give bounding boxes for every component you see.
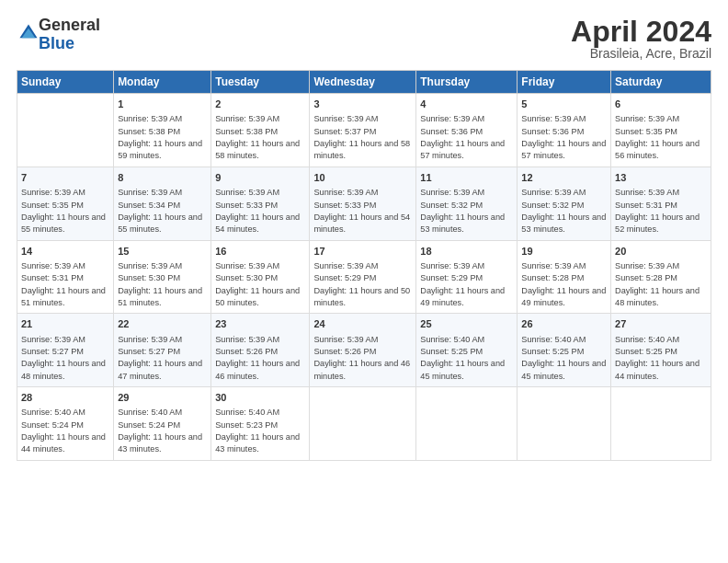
day-number: 29 — [118, 391, 207, 405]
col-friday: Friday — [518, 71, 611, 94]
cell-2-0: 14Sunrise: 5:39 AM Sunset: 5:31 PM Dayli… — [17, 240, 114, 314]
cell-1-4: 11Sunrise: 5:39 AM Sunset: 5:32 PM Dayli… — [416, 167, 518, 240]
day-number: 4 — [420, 98, 513, 111]
cell-info: Sunrise: 5:39 AM Sunset: 5:37 PM Dayligh… — [313, 113, 412, 162]
cell-2-6: 20Sunrise: 5:39 AM Sunset: 5:28 PM Dayli… — [611, 240, 711, 314]
day-number: 14 — [21, 245, 109, 259]
day-number: 2 — [215, 98, 305, 111]
week-row-3: 21Sunrise: 5:39 AM Sunset: 5:27 PM Dayli… — [17, 314, 711, 387]
day-number: 26 — [521, 317, 607, 331]
cell-info: Sunrise: 5:40 AM Sunset: 5:25 PM Dayligh… — [615, 334, 707, 383]
col-sunday: Sunday — [17, 71, 114, 94]
day-number: 5 — [521, 98, 607, 111]
cell-info: Sunrise: 5:39 AM Sunset: 5:36 PM Dayligh… — [420, 113, 513, 162]
day-number: 11 — [420, 171, 513, 185]
cell-3-5: 26Sunrise: 5:40 AM Sunset: 5:25 PM Dayli… — [518, 314, 611, 387]
day-number: 10 — [313, 171, 412, 185]
week-row-0: 1Sunrise: 5:39 AM Sunset: 5:38 PM Daylig… — [17, 94, 711, 167]
cell-1-2: 9Sunrise: 5:39 AM Sunset: 5:33 PM Daylig… — [211, 167, 310, 240]
cell-0-0 — [17, 94, 114, 167]
cell-0-4: 4Sunrise: 5:39 AM Sunset: 5:36 PM Daylig… — [416, 94, 518, 167]
cell-2-2: 16Sunrise: 5:39 AM Sunset: 5:30 PM Dayli… — [211, 240, 310, 314]
day-number: 15 — [118, 245, 207, 259]
cell-info: Sunrise: 5:39 AM Sunset: 5:26 PM Dayligh… — [313, 334, 412, 383]
day-number: 30 — [215, 391, 305, 405]
cell-2-5: 19Sunrise: 5:39 AM Sunset: 5:28 PM Dayli… — [518, 240, 611, 314]
cell-info: Sunrise: 5:39 AM Sunset: 5:38 PM Dayligh… — [215, 113, 305, 162]
cell-4-6 — [611, 387, 711, 461]
day-number: 21 — [21, 317, 109, 331]
cell-2-1: 15Sunrise: 5:39 AM Sunset: 5:30 PM Dayli… — [114, 240, 211, 314]
col-wednesday: Wednesday — [310, 71, 416, 94]
cell-info: Sunrise: 5:39 AM Sunset: 5:38 PM Dayligh… — [118, 113, 207, 162]
day-number: 17 — [313, 245, 412, 259]
cell-1-0: 7Sunrise: 5:39 AM Sunset: 5:35 PM Daylig… — [17, 167, 114, 240]
day-number: 23 — [215, 317, 305, 331]
day-number: 7 — [21, 171, 109, 185]
cell-0-2: 2Sunrise: 5:39 AM Sunset: 5:38 PM Daylig… — [211, 94, 310, 167]
cell-4-5 — [518, 387, 611, 461]
week-row-1: 7Sunrise: 5:39 AM Sunset: 5:35 PM Daylig… — [17, 167, 711, 240]
cell-info: Sunrise: 5:39 AM Sunset: 5:31 PM Dayligh… — [21, 260, 109, 309]
cell-1-5: 12Sunrise: 5:39 AM Sunset: 5:32 PM Dayli… — [518, 167, 611, 240]
day-number: 6 — [615, 98, 707, 111]
week-row-2: 14Sunrise: 5:39 AM Sunset: 5:31 PM Dayli… — [17, 240, 711, 314]
cell-info: Sunrise: 5:39 AM Sunset: 5:35 PM Dayligh… — [615, 113, 707, 162]
day-number: 20 — [615, 245, 707, 259]
col-saturday: Saturday — [611, 71, 711, 94]
logo-text: General Blue — [39, 17, 100, 53]
day-number: 1 — [118, 98, 207, 111]
title-section: April 2024 Brasileia, Acre, Brazil — [571, 17, 711, 61]
header: General Blue April 2024 Brasileia, Acre,… — [17, 17, 711, 61]
cell-info: Sunrise: 5:39 AM Sunset: 5:32 PM Dayligh… — [420, 187, 513, 236]
cell-info: Sunrise: 5:40 AM Sunset: 5:24 PM Dayligh… — [118, 407, 207, 455]
cell-info: Sunrise: 5:39 AM Sunset: 5:27 PM Dayligh… — [118, 334, 207, 383]
cell-1-3: 10Sunrise: 5:39 AM Sunset: 5:33 PM Dayli… — [310, 167, 416, 240]
day-number: 13 — [615, 171, 707, 185]
cell-info: Sunrise: 5:39 AM Sunset: 5:29 PM Dayligh… — [420, 260, 513, 309]
cell-0-3: 3Sunrise: 5:39 AM Sunset: 5:37 PM Daylig… — [310, 94, 416, 167]
logo-icon — [18, 23, 39, 43]
cell-4-2: 30Sunrise: 5:40 AM Sunset: 5:23 PM Dayli… — [211, 387, 310, 461]
cell-info: Sunrise: 5:39 AM Sunset: 5:28 PM Dayligh… — [615, 260, 707, 309]
cell-4-1: 29Sunrise: 5:40 AM Sunset: 5:24 PM Dayli… — [114, 387, 211, 461]
cell-0-5: 5Sunrise: 5:39 AM Sunset: 5:36 PM Daylig… — [518, 94, 611, 167]
day-number: 3 — [313, 98, 412, 111]
cell-0-1: 1Sunrise: 5:39 AM Sunset: 5:38 PM Daylig… — [114, 94, 211, 167]
day-number: 8 — [118, 171, 207, 185]
logo: General Blue — [17, 17, 100, 53]
cell-1-6: 13Sunrise: 5:39 AM Sunset: 5:31 PM Dayli… — [611, 167, 711, 240]
cell-info: Sunrise: 5:39 AM Sunset: 5:27 PM Dayligh… — [21, 334, 109, 383]
cell-info: Sunrise: 5:39 AM Sunset: 5:36 PM Dayligh… — [521, 113, 607, 162]
calendar-table: Sunday Monday Tuesday Wednesday Thursday… — [17, 70, 711, 461]
day-number: 19 — [521, 245, 607, 259]
day-number: 25 — [420, 317, 513, 331]
cell-info: Sunrise: 5:39 AM Sunset: 5:31 PM Dayligh… — [615, 187, 707, 236]
cell-info: Sunrise: 5:40 AM Sunset: 5:25 PM Dayligh… — [521, 334, 607, 383]
cell-3-4: 25Sunrise: 5:40 AM Sunset: 5:25 PM Dayli… — [416, 314, 518, 387]
cell-4-0: 28Sunrise: 5:40 AM Sunset: 5:24 PM Dayli… — [17, 387, 114, 461]
cell-info: Sunrise: 5:39 AM Sunset: 5:34 PM Dayligh… — [118, 187, 207, 236]
cell-info: Sunrise: 5:39 AM Sunset: 5:29 PM Dayligh… — [313, 260, 412, 309]
day-number: 28 — [21, 391, 109, 405]
cell-info: Sunrise: 5:39 AM Sunset: 5:30 PM Dayligh… — [215, 260, 305, 309]
cell-3-2: 23Sunrise: 5:39 AM Sunset: 5:26 PM Dayli… — [211, 314, 310, 387]
cell-2-3: 17Sunrise: 5:39 AM Sunset: 5:29 PM Dayli… — [310, 240, 416, 314]
cell-info: Sunrise: 5:39 AM Sunset: 5:33 PM Dayligh… — [313, 187, 412, 236]
col-tuesday: Tuesday — [211, 71, 310, 94]
cell-3-0: 21Sunrise: 5:39 AM Sunset: 5:27 PM Dayli… — [17, 314, 114, 387]
cell-1-1: 8Sunrise: 5:39 AM Sunset: 5:34 PM Daylig… — [114, 167, 211, 240]
location: Brasileia, Acre, Brazil — [571, 46, 711, 61]
cell-4-3 — [310, 387, 416, 461]
week-row-4: 28Sunrise: 5:40 AM Sunset: 5:24 PM Dayli… — [17, 387, 711, 461]
page: General Blue April 2024 Brasileia, Acre,… — [0, 0, 728, 563]
cell-info: Sunrise: 5:39 AM Sunset: 5:35 PM Dayligh… — [21, 187, 109, 236]
cell-4-4 — [416, 387, 518, 461]
day-number: 16 — [215, 245, 305, 259]
cell-3-1: 22Sunrise: 5:39 AM Sunset: 5:27 PM Dayli… — [114, 314, 211, 387]
cell-info: Sunrise: 5:40 AM Sunset: 5:23 PM Dayligh… — [215, 407, 305, 455]
logo-general-text: General — [39, 17, 100, 35]
col-monday: Monday — [114, 71, 211, 94]
day-number: 12 — [521, 171, 607, 185]
col-thursday: Thursday — [416, 71, 518, 94]
